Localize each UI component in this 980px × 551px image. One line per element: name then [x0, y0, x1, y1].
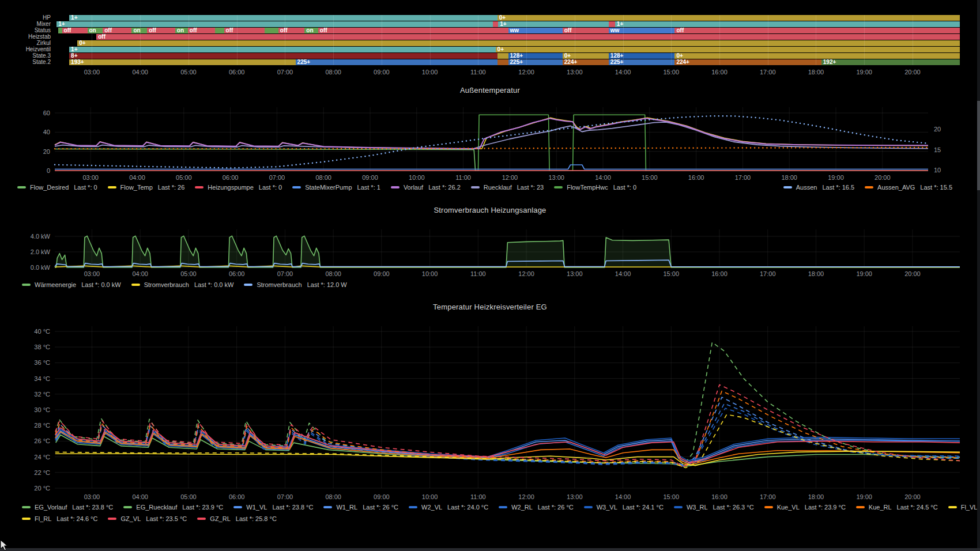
legend-series-marker — [123, 506, 132, 508]
x-axis-tick: 12:00 — [518, 270, 534, 277]
legend-series-marker — [17, 186, 26, 188]
legend-item-W3_VL[interactable]: W3_VLLast *: 24.1 °C — [584, 504, 664, 511]
y-axis-right-tick: 15 — [934, 146, 941, 153]
legend-item-Fl_RL[interactable]: Fl_RLLast *: 24.6 °C — [22, 515, 97, 522]
x-axis-tick: 19:00 — [856, 493, 872, 500]
x-axis-tick: 04:00 — [132, 270, 148, 277]
x-axis-tick: 06:00 — [229, 270, 245, 277]
x-axis-tick: 10:00 — [422, 493, 438, 500]
legend-series-name: Flow_Temp — [120, 184, 153, 191]
y-axis-tick: 40 °C — [34, 328, 50, 335]
legend-series-name: StateMixerPump — [305, 184, 352, 191]
legend-item-Ruecklauf[interactable]: RuecklaufLast *: 23 — [471, 184, 544, 191]
legend-series-last-value: Last *: 0 — [74, 184, 97, 191]
legend-series-name: Ruecklauf — [484, 184, 512, 191]
legend-item-EG_Ruecklauf[interactable]: EG_RuecklaufLast *: 23.9 °C — [123, 504, 223, 511]
legend-item-EG_Vorlauf[interactable]: EG_VorlaufLast *: 23.8 °C — [22, 504, 113, 511]
legend-series-marker — [22, 284, 31, 286]
legend-item-W2_VL[interactable]: W2_VLLast *: 24.0 °C — [409, 504, 488, 511]
legend-series-name: W1_RL — [336, 504, 357, 511]
legend-item-GZ_VL[interactable]: GZ_VLLast *: 23.5 °C — [108, 515, 187, 522]
x-axis-tick: 09:00 — [374, 493, 390, 500]
x-axis-tick: 11:00 — [470, 270, 486, 277]
legend-item-Heizungspumpe[interactable]: HeizungspumpeLast *: 0 — [195, 184, 282, 191]
legend-series-marker — [674, 506, 683, 508]
x-axis-tick: 20:00 — [904, 270, 921, 277]
y-axis-tick: 38 °C — [34, 344, 50, 350]
legend-item-Kue_RL[interactable]: Kue_RLLast *: 24.5 °C — [856, 504, 938, 511]
legend-series-name: Stromverbrauch — [257, 281, 301, 288]
legend-item-W2_RL[interactable]: W2_RLLast *: 26 °C — [499, 504, 574, 511]
legend-item-Wärmeenergie[interactable]: WärmeenergieLast *: 0.0 kW — [22, 281, 121, 288]
y-axis-tick: 22 °C — [34, 469, 50, 476]
legend-item-W3_RL[interactable]: W3_RLLast *: 26.3 °C — [674, 504, 754, 511]
legend-series-last-value: Last *: 16.5 — [822, 184, 854, 191]
legend-series-last-value: Last *: 24.1 °C — [623, 504, 664, 511]
legend-series-name: W3_VL — [597, 504, 617, 511]
x-axis-tick: 06:00 — [229, 493, 245, 500]
legend-item-Fl_VL[interactable]: Fl_VLLast *: 23.5 °C — [948, 504, 980, 511]
legend-item-W1_RL[interactable]: W1_RLLast *: 26 °C — [323, 504, 398, 511]
legend-series-last-value: Last *: 23.9 °C — [805, 504, 846, 511]
y-axis-tick: 0 — [47, 167, 50, 174]
grafana-dashboard: HP1+0+Mixer1+1+1+Statusoffonoffonoffonof… — [0, 0, 980, 551]
x-axis-tick: 07:00 — [269, 174, 285, 181]
legend-series-marker — [233, 506, 242, 508]
x-axis-tick: 11:00 — [470, 493, 486, 500]
legend-series-name: Stromverbrauch — [144, 281, 189, 288]
legend-item-Stromverbrauch[interactable]: StromverbrauchLast *: 12.0 W — [244, 281, 346, 288]
legend-item-Aussen[interactable]: AussenLast *: 16.5 — [783, 184, 854, 191]
legend-series-last-value: Last *: 23.8 °C — [72, 504, 113, 511]
legend-item-FlowTempHwc[interactable]: FlowTempHwcLast *: 0 — [554, 184, 636, 191]
legend-series-marker — [391, 186, 399, 188]
x-axis-tick: 07:00 — [277, 493, 293, 500]
x-axis-tick: 10:00 — [409, 174, 425, 181]
legend-series-name: W2_VL — [421, 504, 442, 511]
legend-item-Aussen_AVG[interactable]: Aussen_AVGLast *: 15.5 — [865, 184, 952, 191]
legend-series-name: EG_Ruecklauf — [136, 504, 177, 511]
legend-series-marker — [108, 186, 116, 188]
x-axis-tick: 19:00 — [856, 270, 872, 277]
x-axis-tick: 06:00 — [223, 174, 239, 181]
series-line-Vorlauf — [55, 118, 928, 149]
legend-series-last-value: Last *: 23.8 °C — [272, 504, 313, 511]
x-axis-tick: 17:00 — [760, 493, 776, 500]
x-axis-tick: 20:00 — [875, 174, 891, 181]
legend-series-last-value: Last *: 24.5 °C — [897, 504, 938, 511]
scrollbar-track[interactable] — [977, 0, 980, 551]
legend-item-Stromverbrauch[interactable]: StromverbrauchLast *: 0.0 kW — [131, 281, 234, 288]
legend-series-marker — [471, 186, 480, 188]
x-axis-tick: 15:00 — [642, 174, 658, 181]
y-axis-tick: 20 — [43, 148, 50, 155]
x-axis-tick: 04:00 — [132, 493, 148, 500]
legend-item-GZ_RL[interactable]: GZ_RLLast *: 25.8 °C — [197, 515, 277, 522]
x-axis-tick: 08:00 — [325, 270, 341, 277]
x-axis-tick: 03:00 — [84, 493, 100, 500]
y-axis-tick: 30 °C — [34, 406, 50, 413]
legend-item-Vorlauf[interactable]: VorlaufLast *: 26.2 — [391, 184, 461, 191]
x-axis-tick: 07:00 — [277, 270, 293, 277]
legend-series-marker — [948, 506, 957, 508]
x-axis-tick: 15:00 — [664, 270, 680, 277]
legend-series-name: Vorlauf — [404, 184, 423, 191]
x-axis-tick: 09:00 — [374, 270, 390, 277]
x-axis-tick: 18:00 — [808, 270, 824, 277]
legend-heizkreis-row2: Fl_RLLast *: 24.6 °CGZ_VLLast *: 23.5 °C… — [22, 515, 963, 522]
x-axis-tick: 17:00 — [735, 174, 751, 181]
legend-item-Flow_Desired[interactable]: Flow_DesiredLast *: 0 — [17, 184, 97, 191]
legend-series-name: Aussen — [796, 184, 817, 191]
legend-item-Flow_Temp[interactable]: Flow_TempLast *: 26 — [108, 184, 185, 191]
scrollbar-thumb[interactable] — [977, 101, 980, 190]
legend-item-StateMixerPump[interactable]: StateMixerPumpLast *: 1 — [292, 184, 380, 191]
legend-series-last-value: Last *: 0.0 kW — [194, 281, 233, 288]
chart-title-aussentemperatur: Außentemperatur — [0, 86, 980, 95]
x-axis-tick: 14:00 — [615, 270, 631, 277]
x-axis-tick: 04:00 — [129, 174, 145, 181]
x-axis-tick: 13:00 — [567, 493, 583, 500]
y-axis-tick: 32 °C — [34, 391, 50, 398]
y-axis-tick: 40 — [43, 129, 50, 135]
legend-series-marker — [244, 284, 252, 286]
legend-item-W1_VL[interactable]: W1_VLLast *: 23.8 °C — [233, 504, 313, 511]
chart-title-stromverbrauch: Stromverbrauch Heizungsanlage — [0, 206, 980, 214]
legend-item-Kue_VL[interactable]: Kue_VLLast *: 23.9 °C — [764, 504, 846, 511]
